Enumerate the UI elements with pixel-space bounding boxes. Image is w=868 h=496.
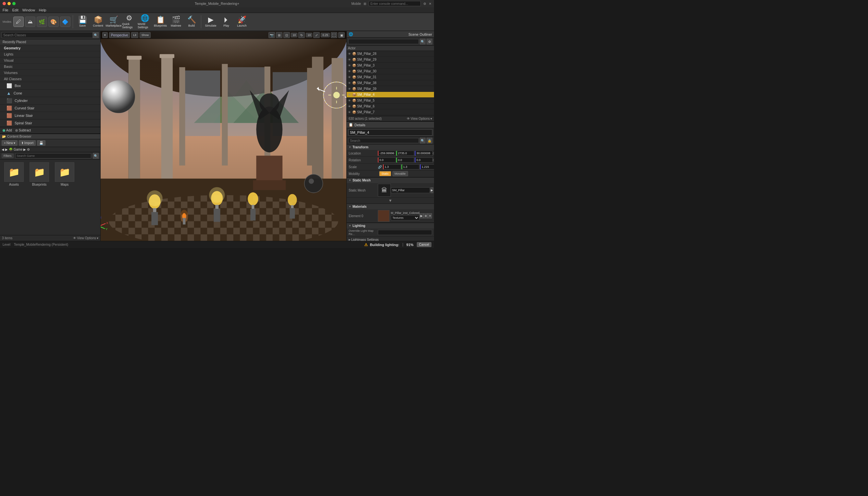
cb-search-input[interactable] — [15, 153, 92, 158]
close-button[interactable] — [3, 2, 6, 5]
menu-file[interactable]: File — [3, 8, 9, 12]
location-x-input[interactable] — [378, 151, 396, 156]
placement-item-cone[interactable]: ▲ Cone — [0, 90, 100, 97]
cancel-button[interactable]: Cancel — [417, 242, 431, 247]
menu-edit[interactable]: Edit — [12, 8, 18, 12]
asset-item-maps[interactable]: 📁 Maps — [53, 162, 76, 186]
outliner-item-5[interactable]: 👁 📦 SM_Pillar_38 — [347, 80, 434, 86]
category-lights[interactable]: Lights — [0, 51, 100, 58]
outliner-item-0[interactable]: 👁 📦 SM_Pillar_28 — [347, 51, 434, 57]
category-volumes[interactable]: Volumes — [0, 70, 100, 76]
launch-button[interactable]: 🚀 Launch — [235, 14, 249, 30]
viewport-grid-icon[interactable]: ⊞ — [276, 32, 282, 38]
material-type-select[interactable]: Textures — [391, 215, 419, 220]
location-z-input[interactable] — [415, 151, 433, 156]
minimize-button[interactable] — [7, 2, 11, 5]
cb-view-options-button[interactable]: 👁 View Options ▾ — [73, 236, 98, 240]
material-pick-button[interactable]: ⊕ — [424, 213, 428, 218]
rotation-z-input[interactable] — [415, 157, 433, 162]
marketplace-button[interactable]: 🛒 Marketplace — [107, 14, 121, 30]
cb-import-button[interactable]: ⬆ Import — [19, 140, 36, 146]
override-lm-input[interactable] — [378, 230, 432, 235]
viewport-restore-icon[interactable]: ▣ — [338, 32, 345, 38]
material-arrow-button[interactable]: ▶ — [419, 213, 424, 218]
window-controls[interactable] — [3, 2, 16, 5]
outliner-item-1[interactable]: 👁 📦 SM_Pillar_29 — [347, 57, 434, 63]
rotation-expand-icon[interactable]: ⟳ — [433, 158, 434, 162]
details-search-button[interactable]: 🔍 — [420, 138, 425, 143]
details-lock-button[interactable]: 🔒 — [427, 138, 432, 143]
rotation-x-input[interactable] — [378, 157, 396, 162]
matinee-button[interactable]: 🎬 Matinee — [169, 14, 183, 30]
placement-item-cylinder[interactable]: ⬛ Cylinder — [0, 97, 100, 105]
outliner-settings-button[interactable]: ⚙ — [427, 38, 432, 45]
add-button[interactable]: Add — [3, 128, 12, 132]
content-button[interactable]: 📦 Content — [91, 14, 105, 30]
cb-new-button[interactable]: + New ▾ — [2, 140, 17, 146]
outliner-item-9[interactable]: 👁 📦 SM_Pillar_6 — [347, 104, 434, 109]
recently-placed-header[interactable]: Recently Placed — [0, 39, 100, 45]
mesh-paint-button[interactable]: 🎨 — [48, 17, 59, 27]
lightmass-expand-icon[interactable]: ▶ — [348, 238, 351, 241]
placement-item-spiral-stair[interactable]: 🟫 Spiral Stair — [0, 120, 100, 127]
movable-mobility-button[interactable]: Movable — [392, 171, 408, 176]
back-icon[interactable]: ◀ — [2, 148, 4, 151]
foliage-mode-button[interactable]: 🌿 — [37, 17, 47, 27]
subtract-button[interactable]: Subtract — [15, 128, 31, 132]
category-geometry[interactable]: Geometry — [0, 45, 100, 51]
play-button[interactable]: ⏵ Play — [219, 14, 233, 30]
category-visual[interactable]: Visual — [0, 58, 100, 64]
details-name-input[interactable] — [348, 129, 432, 136]
category-basic[interactable]: Basic — [0, 64, 100, 70]
forward-icon[interactable]: ▶ — [5, 148, 8, 151]
transform-header[interactable]: ▼ Transform — [347, 144, 434, 150]
static-mobility-button[interactable]: Static — [379, 171, 391, 176]
scale-x-input[interactable] — [383, 164, 401, 169]
path-game[interactable]: Game — [14, 148, 22, 151]
outliner-item-4[interactable]: 👁 📦 SM_Pillar_31 — [347, 74, 434, 80]
asset-item-assets[interactable]: 📁 Assets — [3, 162, 25, 186]
save-button[interactable]: 💾 Save — [75, 14, 90, 30]
placement-item-box[interactable]: ⬜ Box — [0, 82, 100, 90]
cb-filters-button[interactable]: Filters — [2, 154, 14, 158]
outliner-search-button[interactable]: 🔍 — [420, 38, 425, 45]
quick-settings-button[interactable]: ⚙ Quick Settings — [122, 14, 136, 30]
console-input[interactable] — [369, 1, 421, 6]
details-search-input[interactable] — [348, 138, 419, 143]
scale-y-input[interactable] — [402, 164, 419, 169]
outliner-view-options-button[interactable]: 👁 View Options ▾ — [407, 117, 432, 121]
build-button[interactable]: 🔨 Build — [184, 14, 199, 30]
menu-window[interactable]: Window — [22, 8, 35, 12]
geometry-mode-button[interactable]: 🔷 — [60, 17, 71, 27]
mesh-dropdown-input[interactable] — [391, 187, 430, 193]
location-expand-icon[interactable]: ⟳ — [433, 152, 434, 155]
select-mode-button[interactable]: 🖊 — [13, 17, 24, 27]
outliner-item-3[interactable]: 👁 📦 SM_Pillar_30 — [347, 68, 434, 74]
viewport-perspective-button[interactable]: Perspective — [109, 32, 130, 38]
menu-help[interactable]: Help — [39, 8, 46, 12]
placement-item-curved-stair[interactable]: 🟫 Curved Stair — [0, 105, 100, 112]
static-mesh-header[interactable]: ▼ Static Mesh — [347, 177, 434, 183]
cb-save-button[interactable]: 💾 — [37, 140, 45, 146]
maximize-button[interactable] — [12, 2, 16, 5]
viewport-scale-icon[interactable]: ⤢ — [313, 32, 320, 38]
landscape-mode-button[interactable]: ⛰ — [25, 17, 35, 27]
outliner-item-8[interactable]: 👁 📦 SM_Pillar_5 — [347, 98, 434, 104]
mesh-expand-icon[interactable]: ▼ — [389, 198, 392, 203]
viewport[interactable]: X Y Z ▾ Perspective Lit Show 📷 ⊞ — [100, 31, 346, 241]
lighting-header[interactable]: ▼ Lighting — [347, 223, 434, 229]
blueprints-button[interactable]: 📋 Blueprints — [153, 14, 168, 30]
material-clear-button[interactable]: ✕ — [428, 213, 432, 218]
scale-z-input[interactable] — [420, 164, 434, 169]
scale-lock-icon[interactable]: 🔗 — [378, 165, 382, 169]
placement-search-input[interactable] — [2, 32, 93, 38]
viewport-maximize-icon[interactable]: ⛶ — [331, 32, 337, 38]
close-icon[interactable]: ✕ — [429, 2, 431, 5]
rotation-y-input[interactable] — [396, 157, 414, 162]
world-settings-button[interactable]: 🌐 World Settings — [138, 14, 152, 30]
placement-item-linear-stair[interactable]: 🟫 Linear Stair — [0, 112, 100, 120]
cb-search-button[interactable]: 🔍 — [93, 153, 99, 159]
viewport-show-button[interactable]: Show — [140, 32, 151, 38]
materials-header[interactable]: ▼ Materials — [347, 204, 434, 210]
viewport-snap-icon[interactable]: ⊡ — [283, 32, 290, 38]
